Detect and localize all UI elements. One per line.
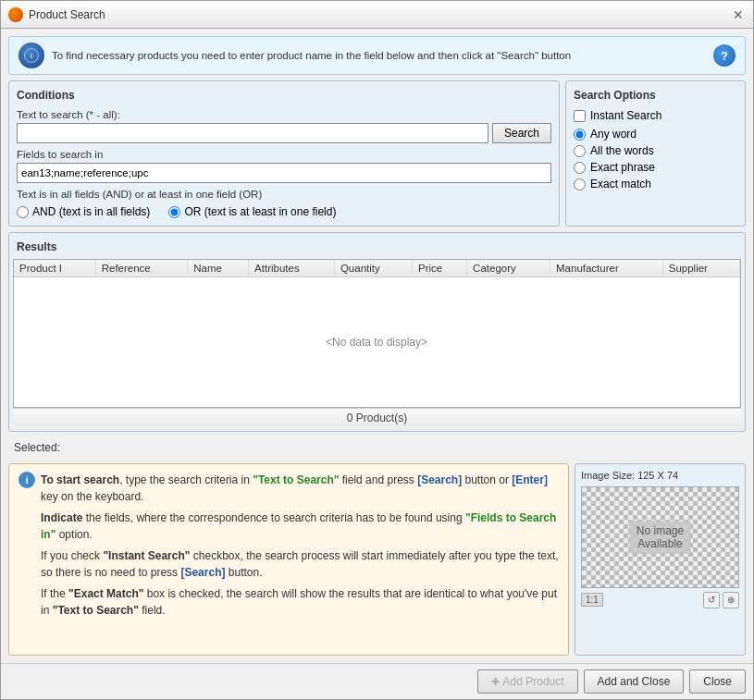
exact-match-radio[interactable] bbox=[574, 178, 586, 190]
image-controls: ↺ ⊕ bbox=[703, 592, 739, 608]
or-radio[interactable] bbox=[168, 206, 180, 218]
col-product-id: Product I bbox=[14, 260, 95, 277]
image-zoom-button[interactable]: ⊕ bbox=[723, 592, 739, 608]
instant-search-checkbox[interactable] bbox=[574, 110, 586, 122]
help-p1-1: , type the search criteria in bbox=[119, 473, 253, 486]
col-quantity: Quantity bbox=[334, 260, 412, 277]
col-manufacturer: Manufacturer bbox=[550, 260, 663, 277]
help-button[interactable]: ? bbox=[713, 44, 735, 67]
exact-phrase-radio[interactable] bbox=[574, 162, 586, 174]
no-data-row: <No data to display> bbox=[14, 277, 740, 407]
info-icon: i bbox=[19, 43, 44, 68]
search-input-row: Search bbox=[17, 123, 551, 143]
add-and-close-button[interactable]: Add and Close bbox=[584, 669, 685, 694]
no-image-line2: Available bbox=[637, 537, 684, 550]
window-content: i To find necessary products you need to… bbox=[1, 29, 753, 663]
and-radio-option[interactable]: AND (text is in all fields) bbox=[17, 205, 150, 218]
search-input[interactable] bbox=[17, 123, 488, 143]
help-p1-4: key on the keyboard. bbox=[41, 490, 143, 503]
search-options-title: Search Options bbox=[574, 89, 737, 102]
help-p1-bold: To start search bbox=[41, 473, 119, 486]
all-the-words-label: All the words bbox=[590, 144, 654, 157]
all-the-words-radio[interactable] bbox=[574, 145, 586, 157]
col-price: Price bbox=[413, 260, 467, 277]
fields-to-search-label: Fields to search in bbox=[17, 149, 551, 160]
help-p1-3: button or bbox=[462, 473, 512, 486]
help-p3-blue: [Search] bbox=[180, 566, 225, 579]
close-button[interactable]: Close bbox=[689, 669, 746, 694]
help-p2-2: option. bbox=[56, 528, 92, 541]
exact-match-option[interactable]: Exact match bbox=[574, 178, 737, 190]
or-radio-label: OR (text is at least in one field) bbox=[184, 205, 336, 218]
exact-match-label: Exact match bbox=[590, 178, 651, 190]
conditions-panel: Conditions Text to search (* - all): Sea… bbox=[8, 80, 560, 227]
help-p1-2: field and press bbox=[339, 473, 417, 486]
selected-bar: Selected: bbox=[8, 437, 746, 458]
close-window-button[interactable]: ✕ bbox=[731, 7, 746, 22]
help-info-icon-col: i bbox=[19, 472, 35, 619]
or-radio-option[interactable]: OR (text is at least in one field) bbox=[168, 205, 336, 218]
all-the-words-option[interactable]: All the words bbox=[574, 144, 737, 157]
text-to-search-row: Text to search (* - all): Search bbox=[17, 109, 551, 143]
col-name: Name bbox=[188, 260, 249, 277]
window-icon bbox=[8, 7, 23, 22]
window-title: Product Search bbox=[29, 8, 105, 21]
help-p1-green1: "Text to Search" bbox=[253, 473, 339, 486]
results-table-wrap: Product I Reference Name Attributes Quan… bbox=[13, 259, 741, 408]
info-bar-text: To find necessary products you need to e… bbox=[52, 50, 571, 61]
help-p1-blue1: [Search] bbox=[417, 473, 462, 486]
help-p4-bold: "Exact Match" bbox=[68, 587, 143, 600]
col-category: Category bbox=[467, 260, 550, 277]
svg-text:i: i bbox=[31, 53, 32, 59]
text-to-search-label: Text to search (* - all): bbox=[17, 109, 551, 120]
col-reference: Reference bbox=[95, 260, 188, 277]
and-radio[interactable] bbox=[17, 206, 29, 218]
help-info-inner: i To start search, type the search crite… bbox=[19, 472, 559, 619]
image-size-label: Image Size: 125 X 74 bbox=[581, 470, 739, 481]
exact-phrase-option[interactable]: Exact phrase bbox=[574, 161, 737, 174]
image-bottom-bar: 1:1 ↺ ⊕ bbox=[581, 588, 739, 608]
selected-label: Selected: bbox=[14, 441, 60, 454]
image-placeholder: No image Available bbox=[581, 486, 739, 588]
help-info-panel: i To start search, type the search crite… bbox=[8, 463, 569, 657]
help-p2-bold: Indicate bbox=[41, 511, 82, 524]
and-or-radio-row: AND (text is in all fields) OR (text is … bbox=[17, 205, 551, 218]
no-data-cell: <No data to display> bbox=[14, 277, 740, 407]
footer-bar: ✚ Add Product Add and Close Close bbox=[1, 663, 753, 699]
col-supplier: Supplier bbox=[662, 260, 739, 277]
exact-phrase-label: Exact phrase bbox=[590, 161, 655, 174]
middle-section: Conditions Text to search (* - all): Sea… bbox=[8, 80, 746, 227]
no-image-text: No image Available bbox=[629, 521, 691, 554]
search-button[interactable]: Search bbox=[492, 123, 551, 143]
help-p4-1: If the bbox=[41, 587, 68, 600]
any-word-option[interactable]: Any word bbox=[574, 128, 737, 141]
fields-to-search-select[interactable]: ean13;name;reference;upc bbox=[17, 163, 551, 183]
add-product-icon: ✚ bbox=[491, 676, 500, 688]
help-info-icon: i bbox=[19, 472, 35, 488]
no-image-line1: No image bbox=[637, 524, 684, 537]
results-panel: Results Product I Reference Name Attribu… bbox=[8, 232, 746, 432]
text-is-in-label: Text is in all fields (AND) or at least … bbox=[17, 189, 551, 200]
info-bar: i To find necessary products you need to… bbox=[8, 36, 746, 75]
fields-to-search-row: Fields to search in ean13;name;reference… bbox=[17, 149, 551, 183]
and-radio-label: AND (text is in all fields) bbox=[32, 205, 150, 218]
help-p2-1: the fields, where the correspondence to … bbox=[82, 511, 465, 524]
product-count: 0 Product(s) bbox=[347, 411, 407, 424]
results-status-bar: 0 Product(s) bbox=[13, 408, 741, 427]
conditions-title: Conditions bbox=[17, 89, 551, 102]
bottom-section: i To start search, type the search crite… bbox=[8, 463, 746, 657]
instant-search-option[interactable]: Instant Search bbox=[574, 109, 737, 122]
help-text-content: To start search, type the search criteri… bbox=[41, 472, 559, 619]
results-table-body: <No data to display> bbox=[14, 277, 740, 407]
instant-search-label: Instant Search bbox=[590, 109, 661, 122]
results-table-header: Product I Reference Name Attributes Quan… bbox=[14, 260, 740, 277]
col-attributes: Attributes bbox=[249, 260, 335, 277]
help-p3-1: If you check bbox=[41, 549, 103, 562]
add-product-button[interactable]: ✚ Add Product bbox=[477, 669, 578, 694]
image-refresh-button[interactable]: ↺ bbox=[703, 592, 720, 608]
title-bar-left: Product Search bbox=[8, 7, 105, 22]
help-p1-blue2: [Enter] bbox=[512, 473, 548, 486]
any-word-label: Any word bbox=[590, 128, 637, 141]
image-scale-label: 1:1 bbox=[581, 593, 603, 607]
any-word-radio[interactable] bbox=[574, 129, 586, 141]
